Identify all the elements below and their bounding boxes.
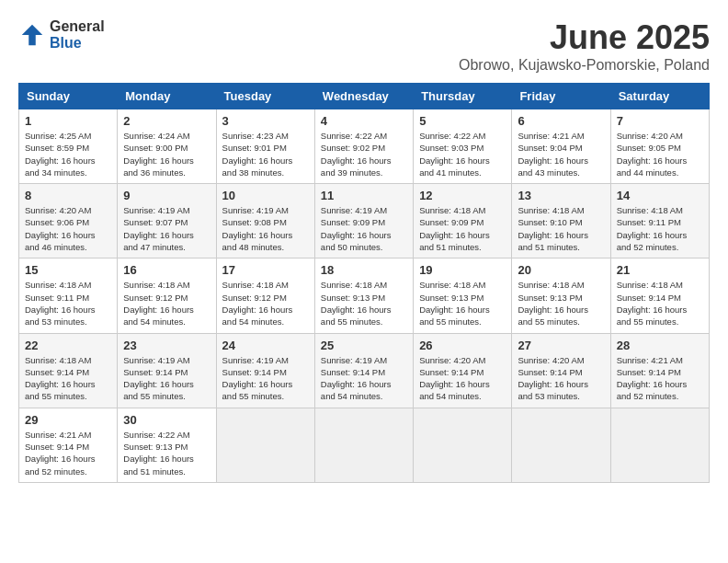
calendar-cell: 19 Sunrise: 4:18 AM Sunset: 9:13 PM Dayl…: [414, 259, 512, 333]
day-info: Sunrise: 4:22 AM Sunset: 9:02 PM Dayligh…: [321, 130, 407, 178]
calendar-cell: 7 Sunrise: 4:20 AM Sunset: 9:05 PM Dayli…: [610, 109, 709, 184]
calendar-cell: 10 Sunrise: 4:19 AM Sunset: 9:08 PM Dayl…: [216, 184, 314, 259]
day-info: Sunrise: 4:22 AM Sunset: 9:13 PM Dayligh…: [123, 429, 210, 477]
day-number: 20: [518, 263, 604, 277]
calendar-cell: 8 Sunrise: 4:20 AM Sunset: 9:06 PM Dayli…: [19, 184, 118, 259]
day-number: 11: [321, 189, 407, 202]
day-number: 13: [518, 189, 604, 202]
day-number: 12: [419, 189, 506, 202]
calendar-cell: 23 Sunrise: 4:19 AM Sunset: 9:14 PM Dayl…: [118, 333, 216, 408]
col-header-friday: Friday: [512, 84, 610, 109]
col-header-thursday: Thursday: [414, 84, 512, 109]
calendar-week-3: 15 Sunrise: 4:18 AM Sunset: 9:11 PM Dayl…: [19, 259, 710, 333]
day-number: 1: [25, 114, 111, 128]
day-info: Sunrise: 4:19 AM Sunset: 9:14 PM Dayligh…: [321, 354, 407, 403]
calendar-cell: [314, 408, 413, 482]
day-info: Sunrise: 4:18 AM Sunset: 9:13 PM Dayligh…: [518, 279, 604, 327]
day-info: Sunrise: 4:18 AM Sunset: 9:12 PM Dayligh…: [222, 279, 309, 327]
day-number: 21: [617, 263, 703, 277]
calendar-cell: 6 Sunrise: 4:21 AM Sunset: 9:04 PM Dayli…: [512, 109, 610, 184]
calendar-cell: 27 Sunrise: 4:20 AM Sunset: 9:14 PM Dayl…: [512, 333, 610, 408]
day-number: 4: [321, 114, 407, 128]
day-number: 9: [123, 189, 210, 202]
day-number: 14: [617, 189, 703, 202]
calendar-cell: 9 Sunrise: 4:19 AM Sunset: 9:07 PM Dayli…: [118, 184, 216, 259]
day-info: Sunrise: 4:19 AM Sunset: 9:07 PM Dayligh…: [123, 204, 210, 253]
calendar-cell: 1 Sunrise: 4:25 AM Sunset: 8:59 PM Dayli…: [19, 109, 118, 184]
calendar-cell: [414, 408, 512, 482]
day-info: Sunrise: 4:18 AM Sunset: 9:14 PM Dayligh…: [617, 279, 703, 327]
day-number: 7: [617, 114, 703, 128]
calendar-week-1: 1 Sunrise: 4:25 AM Sunset: 8:59 PM Dayli…: [19, 109, 710, 184]
day-number: 24: [222, 339, 309, 352]
calendar-cell: 16 Sunrise: 4:18 AM Sunset: 9:12 PM Dayl…: [118, 259, 216, 333]
calendar-cell: 28 Sunrise: 4:21 AM Sunset: 9:14 PM Dayl…: [610, 333, 709, 408]
day-info: Sunrise: 4:25 AM Sunset: 8:59 PM Dayligh…: [25, 130, 111, 178]
calendar-cell: 12 Sunrise: 4:18 AM Sunset: 9:09 PM Dayl…: [414, 184, 512, 259]
day-number: 17: [222, 263, 309, 277]
col-header-tuesday: Tuesday: [216, 84, 314, 109]
day-info: Sunrise: 4:19 AM Sunset: 9:14 PM Dayligh…: [123, 354, 210, 403]
day-info: Sunrise: 4:20 AM Sunset: 9:06 PM Dayligh…: [25, 204, 111, 253]
calendar-cell: 15 Sunrise: 4:18 AM Sunset: 9:11 PM Dayl…: [19, 259, 118, 333]
day-info: Sunrise: 4:18 AM Sunset: 9:13 PM Dayligh…: [321, 279, 407, 327]
day-info: Sunrise: 4:21 AM Sunset: 9:04 PM Dayligh…: [518, 130, 604, 178]
calendar-cell: 2 Sunrise: 4:24 AM Sunset: 9:00 PM Dayli…: [118, 109, 216, 184]
day-info: Sunrise: 4:23 AM Sunset: 9:01 PM Dayligh…: [222, 130, 309, 178]
day-info: Sunrise: 4:20 AM Sunset: 9:14 PM Dayligh…: [419, 354, 506, 403]
calendar-week-2: 8 Sunrise: 4:20 AM Sunset: 9:06 PM Dayli…: [19, 184, 710, 259]
day-info: Sunrise: 4:19 AM Sunset: 9:14 PM Dayligh…: [222, 354, 309, 403]
day-info: Sunrise: 4:18 AM Sunset: 9:09 PM Dayligh…: [419, 204, 506, 253]
day-number: 18: [321, 263, 407, 277]
day-number: 3: [222, 114, 309, 128]
calendar-table: SundayMondayTuesdayWednesdayThursdayFrid…: [18, 83, 710, 483]
day-info: Sunrise: 4:24 AM Sunset: 9:00 PM Dayligh…: [123, 130, 210, 178]
day-info: Sunrise: 4:19 AM Sunset: 9:09 PM Dayligh…: [321, 204, 407, 253]
day-number: 30: [123, 413, 210, 427]
day-info: Sunrise: 4:18 AM Sunset: 9:14 PM Dayligh…: [25, 354, 111, 403]
day-number: 28: [617, 339, 703, 352]
day-info: Sunrise: 4:18 AM Sunset: 9:11 PM Dayligh…: [617, 204, 703, 253]
day-number: 6: [518, 114, 604, 128]
logo-general-text: General: [50, 18, 105, 35]
calendar-cell: 3 Sunrise: 4:23 AM Sunset: 9:01 PM Dayli…: [216, 109, 314, 184]
calendar-cell: 13 Sunrise: 4:18 AM Sunset: 9:10 PM Dayl…: [512, 184, 610, 259]
day-number: 19: [419, 263, 506, 277]
month-title: June 2025: [459, 18, 710, 57]
day-info: Sunrise: 4:19 AM Sunset: 9:08 PM Dayligh…: [222, 204, 309, 253]
col-header-sunday: Sunday: [19, 84, 118, 109]
day-number: 10: [222, 189, 309, 202]
calendar-cell: [610, 408, 709, 482]
header: General Blue June 2025 Obrowo, Kujawsko-…: [18, 18, 710, 74]
day-number: 22: [25, 339, 111, 352]
calendar-cell: 25 Sunrise: 4:19 AM Sunset: 9:14 PM Dayl…: [314, 333, 413, 408]
day-number: 23: [123, 339, 210, 352]
calendar-cell: 4 Sunrise: 4:22 AM Sunset: 9:02 PM Dayli…: [314, 109, 413, 184]
col-header-saturday: Saturday: [610, 84, 709, 109]
calendar-week-4: 22 Sunrise: 4:18 AM Sunset: 9:14 PM Dayl…: [19, 333, 710, 408]
day-info: Sunrise: 4:20 AM Sunset: 9:14 PM Dayligh…: [518, 354, 604, 403]
subtitle: Obrowo, Kujawsko-Pomorskie, Poland: [459, 57, 710, 74]
calendar-cell: [216, 408, 314, 482]
title-section: June 2025 Obrowo, Kujawsko-Pomorskie, Po…: [459, 18, 710, 74]
day-info: Sunrise: 4:21 AM Sunset: 9:14 PM Dayligh…: [25, 429, 111, 477]
calendar-cell: 20 Sunrise: 4:18 AM Sunset: 9:13 PM Dayl…: [512, 259, 610, 333]
calendar-cell: 30 Sunrise: 4:22 AM Sunset: 9:13 PM Dayl…: [118, 408, 216, 482]
day-number: 8: [25, 189, 111, 202]
logo-text: General Blue: [50, 18, 105, 51]
day-number: 16: [123, 263, 210, 277]
day-info: Sunrise: 4:18 AM Sunset: 9:13 PM Dayligh…: [419, 279, 506, 327]
calendar-cell: 5 Sunrise: 4:22 AM Sunset: 9:03 PM Dayli…: [414, 109, 512, 184]
calendar-week-5: 29 Sunrise: 4:21 AM Sunset: 9:14 PM Dayl…: [19, 408, 710, 482]
calendar-cell: 14 Sunrise: 4:18 AM Sunset: 9:11 PM Dayl…: [610, 184, 709, 259]
calendar-cell: 17 Sunrise: 4:18 AM Sunset: 9:12 PM Dayl…: [216, 259, 314, 333]
logo-blue-text: Blue: [50, 35, 105, 52]
day-number: 5: [419, 114, 506, 128]
day-info: Sunrise: 4:21 AM Sunset: 9:14 PM Dayligh…: [617, 354, 703, 403]
day-number: 2: [123, 114, 210, 128]
day-number: 27: [518, 339, 604, 352]
calendar-cell: 29 Sunrise: 4:21 AM Sunset: 9:14 PM Dayl…: [19, 408, 118, 482]
day-number: 25: [321, 339, 407, 352]
calendar-cell: [512, 408, 610, 482]
col-header-wednesday: Wednesday: [314, 84, 413, 109]
